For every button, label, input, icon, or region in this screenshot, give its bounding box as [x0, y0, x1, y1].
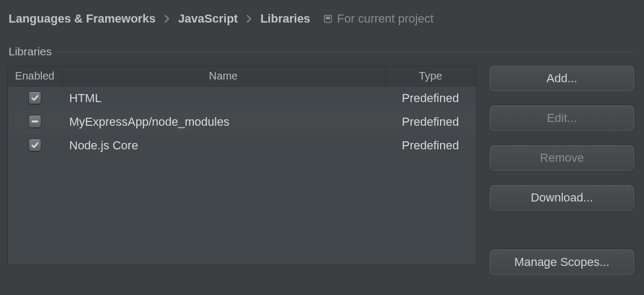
manage-scopes-button[interactable]: Manage Scopes... — [489, 249, 634, 275]
checkbox-checked[interactable] — [28, 139, 41, 152]
project-scope-icon — [323, 14, 333, 24]
name-cell: Node.js Core — [62, 134, 385, 157]
remove-button[interactable]: Remove — [489, 145, 634, 171]
libraries-table[interactable]: Enabled Name Type HTMLPredefinedMyExpres… — [8, 66, 477, 264]
breadcrumb-item-current: Libraries — [260, 12, 310, 26]
table-row[interactable]: HTMLPredefined — [8, 87, 476, 110]
scope-label: For current project — [337, 12, 434, 26]
chevron-right-icon — [163, 13, 171, 25]
checkbox-checked[interactable] — [28, 91, 41, 104]
add-button[interactable]: Add... — [489, 66, 634, 91]
svg-rect-1 — [326, 17, 330, 19]
table-row[interactable]: MyExpressApp/node_modulesPredefined — [8, 110, 476, 134]
name-cell: MyExpressApp/node_modules — [62, 110, 385, 134]
enabled-cell — [8, 134, 62, 157]
type-cell: Predefined — [385, 134, 476, 157]
enabled-cell — [8, 87, 62, 110]
type-cell: Predefined — [385, 87, 476, 110]
section-title: Libraries — [9, 45, 52, 58]
spacer — [489, 225, 634, 235]
enabled-cell — [8, 110, 62, 134]
column-header-type[interactable]: Type — [385, 66, 476, 87]
divider — [57, 52, 634, 52]
edit-button[interactable]: Edit... — [489, 105, 634, 131]
breadcrumb: Languages & Frameworks JavaScript Librar… — [8, 8, 634, 30]
type-cell: Predefined — [385, 110, 476, 134]
column-header-enabled[interactable]: Enabled — [8, 66, 62, 87]
table-row[interactable]: Node.js CorePredefined — [8, 134, 476, 157]
name-cell: HTML — [62, 87, 385, 110]
scope-indicator: For current project — [323, 12, 434, 26]
column-header-name[interactable]: Name — [62, 66, 385, 87]
action-button-column: Add... Edit... Remove Download... Manage… — [489, 66, 634, 275]
breadcrumb-item[interactable]: Languages & Frameworks — [9, 12, 156, 26]
breadcrumb-item[interactable]: JavaScript — [178, 12, 238, 26]
chevron-right-icon — [245, 13, 253, 25]
checkbox-indeterminate[interactable] — [28, 115, 41, 128]
download-button[interactable]: Download... — [489, 185, 634, 211]
